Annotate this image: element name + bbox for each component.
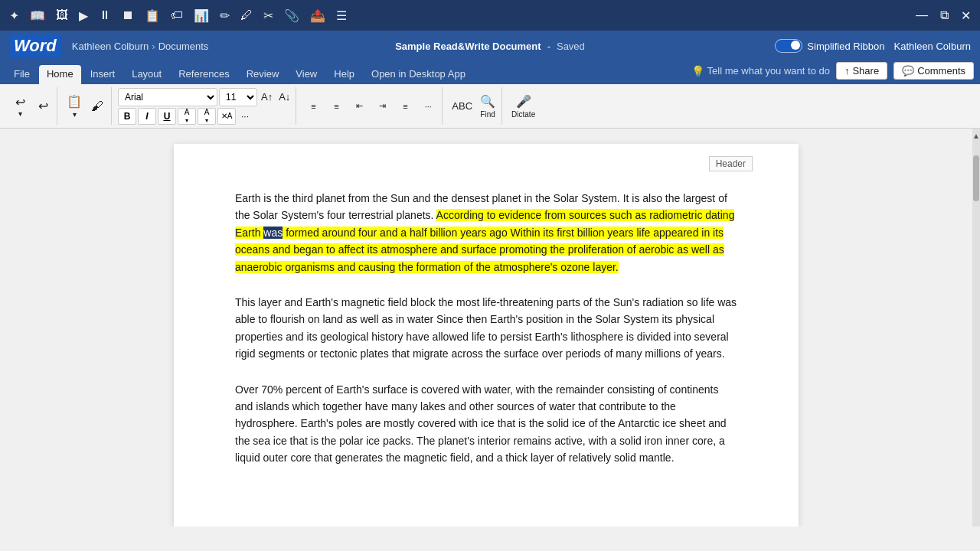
tab-file[interactable]: File <box>6 65 38 84</box>
tab-view[interactable]: View <box>288 65 325 84</box>
numbering-icon: ≡ <box>334 102 338 111</box>
seal-icon[interactable]: 🏷 <box>168 7 186 24</box>
increase-indent-icon: ⇥ <box>379 101 386 111</box>
simplified-ribbon-toggle[interactable]: Simplified Ribbon <box>775 39 884 53</box>
font-increase-icon: A↑ <box>261 91 273 103</box>
breadcrumb-separator: › <box>152 41 155 52</box>
document-scroll[interactable]: Header Earth is the third planet from th… <box>0 129 972 527</box>
paste-button[interactable]: 📋 ▾ <box>64 89 85 124</box>
decrease-indent-button[interactable]: ⇤ <box>348 98 370 115</box>
breadcrumb: Kathleen Colburn › Documents <box>72 41 209 52</box>
share-button[interactable]: ↑ Share <box>836 62 887 80</box>
share-icon: ↑ <box>844 65 850 77</box>
p1-highlight-end: formed around four and a half billion ye… <box>235 227 724 273</box>
minimize-icon[interactable]: — <box>913 7 931 24</box>
document-page[interactable]: Header Earth is the third planet from th… <box>174 144 799 527</box>
numbering-button[interactable]: ≡ <box>325 98 347 115</box>
word-logo: Word <box>9 34 61 57</box>
tab-layout[interactable]: Layout <box>124 65 169 84</box>
font-name-select[interactable]: Arial <box>118 88 217 106</box>
pause-icon[interactable]: ⏸ <box>96 7 114 24</box>
ribbon-toggle-knob <box>791 41 800 50</box>
ribbon-tabs: File Home Insert Layout References Revie… <box>0 61 980 84</box>
undo-dropdown: ▾ <box>18 109 22 118</box>
breadcrumb-user[interactable]: Kathleen Colburn <box>72 41 149 52</box>
stats-icon[interactable]: 📊 <box>191 7 212 24</box>
paste-icon: 📋 <box>67 94 82 109</box>
dictate-label: Dictate <box>511 110 535 119</box>
document-title: Sample Read&Write Document <box>395 41 541 52</box>
find-button[interactable]: 🔍 Find <box>477 89 498 124</box>
clipboard-group: 📋 ▾ 🖌 <box>60 87 112 125</box>
clear-format-button[interactable]: ✕A <box>217 108 236 125</box>
pencil-icon[interactable]: ✏ <box>217 7 233 24</box>
upload-icon[interactable]: 📤 <box>307 7 328 24</box>
italic-button[interactable]: I <box>138 108 156 125</box>
tell-me-search[interactable]: 💡 Tell me what you want to do <box>691 65 830 77</box>
ribbon-toggle-switch[interactable] <box>775 39 802 53</box>
top-bar-window-controls: — ⧉ ✕ <box>913 7 974 24</box>
title-bar-right: Simplified Ribbon Kathleen Colburn <box>775 39 971 53</box>
play-icon[interactable]: ▶ <box>76 7 91 24</box>
comments-button[interactable]: 💬 Comments <box>893 62 974 80</box>
scroll-up-arrow[interactable]: ▲ <box>972 132 980 140</box>
tab-references[interactable]: References <box>171 65 237 84</box>
customize-icon[interactable]: ✦ <box>6 7 22 24</box>
spell-check-button[interactable]: ABC <box>449 89 475 124</box>
comments-label: Comments <box>917 65 965 77</box>
format-painter-button[interactable]: 🖌 <box>87 89 108 124</box>
font-color-button[interactable]: A ▾ <box>198 108 216 125</box>
ribbon-toolbar: ↩ ▾ ↩ 📋 ▾ 🖌 Arial 11 A↑ <box>0 84 980 129</box>
bullets-button[interactable]: ≡ <box>302 98 324 115</box>
highlight-dropdown: ▾ <box>185 117 188 124</box>
top-toolbar-icons: ✦ 📖 🖼 ▶ ⏸ ⏹ 📋 🏷 📊 ✏ 🖊 ✂ 📎 📤 ☰ <box>6 7 350 24</box>
undo-group: ↩ ▾ ↩ <box>6 87 57 125</box>
menu-icon[interactable]: ☰ <box>333 7 350 24</box>
highlight-icon[interactable]: 🖊 <box>237 7 256 24</box>
clipboard-icon[interactable]: 📋 <box>142 7 163 24</box>
undo-button[interactable]: ↩ ▾ <box>9 89 31 124</box>
user-name[interactable]: Kathleen Colburn <box>894 41 971 52</box>
vertical-scrollbar[interactable]: ▲ <box>972 129 980 527</box>
more-paragraph-icon: ··· <box>425 102 432 111</box>
scroll-thumb[interactable] <box>973 155 979 201</box>
find-label: Find <box>480 110 495 119</box>
tab-help[interactable]: Help <box>326 65 362 84</box>
close-icon[interactable]: ✕ <box>958 7 974 24</box>
font-size-increase[interactable]: A↑ <box>259 89 275 106</box>
tab-home[interactable]: Home <box>39 65 81 84</box>
font-color-icon: A <box>204 108 210 116</box>
highlight-color-button[interactable]: A ▾ <box>178 108 196 125</box>
alignment-icon: ≡ <box>403 102 407 111</box>
more-formats-button[interactable]: ··· <box>237 108 253 125</box>
more-paragraph-button[interactable]: ··· <box>417 98 439 115</box>
p2-text: This layer and Earth's magnetic field bl… <box>235 296 737 360</box>
paperclip-icon[interactable]: 📎 <box>281 7 302 24</box>
notebook-icon[interactable]: 📖 <box>27 7 48 24</box>
bold-button[interactable]: B <box>118 108 136 125</box>
font-size-decrease[interactable]: A↓ <box>276 89 292 106</box>
dictate-button[interactable]: 🎤 Dictate <box>508 89 538 124</box>
font-decrease-icon: A↓ <box>279 91 290 103</box>
font-size-select[interactable]: 11 <box>219 88 257 106</box>
font-color-dropdown: ▾ <box>205 117 208 124</box>
tell-me-label: Tell me what you want to do <box>707 65 830 77</box>
breadcrumb-location[interactable]: Documents <box>158 41 209 52</box>
stop-icon[interactable]: ⏹ <box>119 7 137 24</box>
font-name-row: Arial 11 A↑ A↓ <box>118 88 292 106</box>
increase-indent-button[interactable]: ⇥ <box>371 98 393 115</box>
redo-button[interactable]: ↩ <box>32 89 54 124</box>
save-status: Saved <box>557 41 585 52</box>
image-icon[interactable]: 🖼 <box>53 7 71 24</box>
alignment-button[interactable]: ≡ <box>394 98 416 115</box>
paragraph-3: Over 70% percent of Earth's surface is c… <box>235 381 737 467</box>
restore-icon[interactable]: ⧉ <box>937 7 952 24</box>
format-painter-icon: 🖌 <box>91 99 103 113</box>
tab-open-desktop[interactable]: Open in Desktop App <box>364 65 473 84</box>
tab-review[interactable]: Review <box>239 65 287 84</box>
underline-button[interactable]: U <box>158 108 176 125</box>
tab-insert[interactable]: Insert <box>83 65 123 84</box>
eraser-icon[interactable]: ✂ <box>260 7 276 24</box>
redo-icon: ↩ <box>38 99 48 113</box>
bullets-icon: ≡ <box>311 102 315 111</box>
